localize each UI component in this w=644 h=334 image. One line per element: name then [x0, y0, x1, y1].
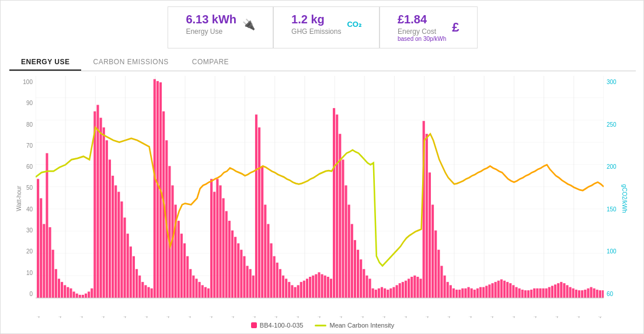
- svg-rect-60: [151, 288, 153, 298]
- svg-rect-173: [488, 284, 490, 298]
- svg-rect-133: [368, 279, 371, 298]
- svg-rect-78: [204, 287, 207, 298]
- svg-rect-41: [93, 112, 96, 298]
- svg-rect-187: [530, 290, 532, 298]
- svg-rect-85: [225, 211, 228, 298]
- svg-rect-108: [294, 287, 296, 298]
- chart-inner: 16/01 06:00 16/01 09:30 16/01 13:00 16/0…: [36, 76, 604, 321]
- svg-rect-115: [315, 274, 317, 298]
- svg-rect-37: [82, 295, 84, 298]
- tab-compare[interactable]: COMPARE: [180, 54, 241, 71]
- svg-rect-127: [351, 224, 353, 298]
- svg-rect-56: [138, 276, 141, 298]
- svg-rect-155: [434, 231, 437, 298]
- svg-rect-29: [58, 279, 60, 298]
- svg-rect-190: [539, 288, 541, 298]
- svg-rect-61: [154, 79, 156, 298]
- tab-carbon-emissions[interactable]: CARBON EMISSIONS: [81, 54, 180, 71]
- svg-rect-104: [282, 276, 284, 298]
- svg-rect-189: [536, 288, 538, 298]
- svg-rect-185: [524, 290, 527, 298]
- svg-rect-95: [255, 114, 257, 298]
- svg-rect-86: [228, 221, 231, 298]
- svg-rect-150: [420, 279, 422, 298]
- svg-rect-154: [431, 205, 434, 298]
- svg-rect-138: [384, 288, 386, 298]
- x-label: 18/01 03:30: [316, 316, 331, 319]
- cost-card: £1.84 Energy Cost based on 30p/kWh £: [380, 6, 478, 48]
- svg-rect-71: [183, 243, 186, 298]
- legend-item-bb4: BB4-100-0-035: [251, 322, 304, 329]
- y-right-label: gCO2/kWh: [621, 184, 628, 213]
- svg-rect-168: [474, 290, 476, 298]
- svg-rect-203: [578, 290, 580, 298]
- cost-value: £1.84: [398, 13, 446, 26]
- svg-rect-51: [124, 218, 126, 298]
- x-label: 19/01 21:30: [576, 316, 590, 319]
- svg-rect-180: [509, 283, 511, 298]
- svg-rect-23: [40, 199, 42, 298]
- svg-rect-82: [216, 179, 218, 298]
- svg-rect-174: [491, 283, 493, 298]
- svg-rect-209: [596, 290, 598, 298]
- svg-rect-148: [413, 276, 416, 298]
- svg-rect-193: [548, 287, 551, 298]
- x-label: 17/01 20:30: [273, 316, 288, 319]
- legend-item-carbon: Mean Carbon Intensity: [315, 322, 394, 329]
- tab-energy-use[interactable]: ENERGY USE: [9, 54, 81, 71]
- svg-rect-72: [186, 256, 189, 298]
- svg-rect-49: [117, 192, 120, 298]
- svg-rect-90: [240, 250, 242, 298]
- legend-color-bb4: [251, 322, 257, 328]
- ghg-card: 1.2 kg GHG Emissions CO₂: [273, 6, 380, 48]
- svg-rect-100: [270, 243, 272, 298]
- svg-rect-196: [557, 283, 559, 298]
- svg-rect-129: [357, 250, 359, 298]
- svg-rect-33: [69, 288, 72, 298]
- svg-rect-134: [372, 288, 374, 298]
- svg-rect-70: [180, 234, 183, 298]
- svg-rect-97: [261, 166, 263, 298]
- svg-rect-145: [405, 281, 407, 298]
- svg-rect-46: [109, 159, 111, 298]
- svg-rect-44: [103, 127, 105, 298]
- svg-rect-206: [587, 288, 589, 298]
- svg-rect-118: [324, 276, 326, 298]
- svg-rect-195: [554, 284, 556, 298]
- svg-rect-57: [141, 282, 144, 298]
- svg-rect-175: [495, 282, 497, 298]
- main-container: 6.13 kWh Energy Use 🔌 1.2 kg GHG Emissio…: [1, 1, 644, 334]
- x-label: 20/01 01:00: [597, 316, 604, 319]
- svg-rect-80: [210, 179, 213, 298]
- svg-rect-142: [396, 285, 398, 298]
- x-label: 18/01 00:00: [295, 316, 309, 319]
- svg-rect-39: [88, 291, 90, 298]
- svg-rect-162: [455, 290, 458, 298]
- svg-rect-119: [327, 277, 329, 298]
- svg-rect-176: [497, 281, 500, 298]
- svg-rect-59: [148, 287, 150, 298]
- ghg-label: GHG Emissions: [291, 27, 341, 36]
- svg-rect-192: [545, 288, 548, 298]
- legend-label-bb4: BB4-100-0-035: [260, 322, 304, 329]
- svg-rect-62: [156, 81, 159, 298]
- svg-rect-126: [348, 205, 350, 298]
- svg-rect-140: [389, 288, 392, 298]
- x-label: 16/01 06:00: [36, 316, 50, 319]
- svg-rect-183: [518, 288, 521, 298]
- svg-rect-160: [450, 285, 452, 298]
- svg-rect-106: [288, 282, 290, 298]
- svg-rect-194: [551, 286, 554, 298]
- svg-rect-144: [402, 282, 404, 298]
- x-label: 19/01 00:30: [446, 316, 461, 319]
- svg-rect-137: [381, 287, 383, 298]
- svg-rect-149: [416, 277, 419, 298]
- svg-rect-158: [444, 276, 446, 298]
- svg-rect-48: [114, 185, 117, 298]
- svg-rect-157: [440, 266, 443, 298]
- svg-rect-81: [213, 192, 215, 298]
- svg-rect-74: [192, 276, 194, 298]
- x-label: 17/01 10:00: [208, 316, 223, 319]
- svg-rect-204: [581, 290, 583, 298]
- svg-rect-146: [408, 279, 410, 298]
